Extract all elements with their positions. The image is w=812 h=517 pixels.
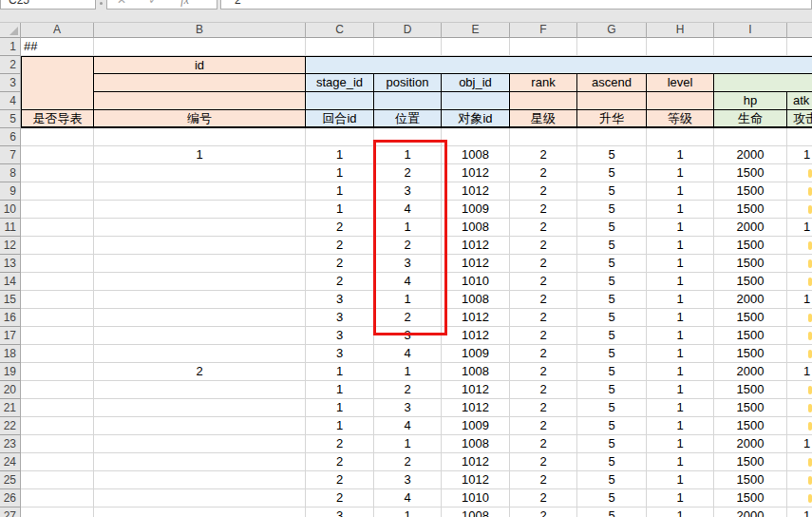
cell-J17[interactable] [787,327,812,345]
cell-G4[interactable] [577,92,647,110]
cell-G26[interactable]: 5 [577,489,647,507]
cell-E11[interactable]: 1008 [442,219,510,237]
cell-E13[interactable]: 1012 [442,255,510,273]
cell-B2[interactable]: id [94,56,306,74]
cell-J12[interactable] [787,237,812,255]
row-header-27[interactable]: 27 [0,507,21,517]
cell-B9[interactable] [94,182,306,201]
cell-B13[interactable] [94,255,306,273]
cell-G18[interactable]: 5 [577,345,647,363]
cell-C15[interactable]: 3 [306,291,374,309]
row-header-22[interactable]: 22 [0,417,21,435]
cell-E15[interactable]: 1008 [442,291,510,309]
cell-F11[interactable]: 2 [510,219,577,237]
cell-D3[interactable]: position [374,74,442,92]
row-header-15[interactable]: 15 [0,291,21,309]
cell-A22[interactable] [21,417,94,435]
cell-A26[interactable] [21,489,94,507]
cell-J27[interactable]: 1 [787,507,812,517]
cell-F19[interactable]: 2 [510,363,577,381]
cell-D19[interactable]: 1 [374,363,442,381]
cell-E20[interactable]: 1012 [442,381,510,399]
cell-I8[interactable]: 1500 [714,164,787,182]
cell-G21[interactable]: 5 [577,399,647,417]
cell-I13[interactable]: 1500 [714,255,787,273]
cell-F20[interactable]: 2 [510,381,577,399]
col-header-B[interactable]: B [94,22,306,38]
cell-C2[interactable] [306,56,812,74]
cell-D4[interactable] [374,92,442,110]
cell-C7[interactable]: 1 [306,146,374,164]
cell-B7[interactable]: 1 [94,146,306,164]
cell-G23[interactable]: 5 [577,435,647,453]
cell-I10[interactable]: 1500 [714,201,787,219]
row-header-21[interactable]: 21 [0,399,21,417]
cell-C13[interactable]: 2 [306,255,374,273]
cell-G20[interactable]: 5 [577,381,647,399]
col-header-A[interactable]: A [21,22,94,38]
cell-H16[interactable]: 1 [647,309,714,327]
cell-F26[interactable]: 2 [510,489,577,507]
cell-H10[interactable]: 1 [647,201,714,219]
cell-H7[interactable]: 1 [647,146,714,164]
cell-H18[interactable]: 1 [647,345,714,363]
cell-D27[interactable]: 1 [374,507,442,517]
row-header-19[interactable]: 19 [0,363,21,381]
row-header-17[interactable]: 17 [0,327,21,345]
cell-F1[interactable] [510,38,577,56]
cell-A11[interactable] [21,219,94,237]
cell-J18[interactable] [787,345,812,363]
cell-G3[interactable]: ascend [577,74,647,92]
cell-I9[interactable]: 1500 [714,182,787,201]
cell-E27[interactable]: 1008 [442,507,510,517]
cell-C8[interactable]: 1 [306,164,374,182]
cell-E16[interactable]: 1012 [442,309,510,327]
cell-E12[interactable]: 1012 [442,237,510,255]
cell-H13[interactable]: 1 [647,255,714,273]
cell-F7[interactable]: 2 [510,146,577,164]
cell-I14[interactable]: 1500 [714,273,787,291]
cell-J24[interactable] [787,453,812,471]
cell-C14[interactable]: 2 [306,273,374,291]
col-header-D[interactable]: D [374,22,442,38]
cell-D25[interactable]: 3 [374,471,442,489]
cell-G9[interactable]: 5 [577,182,647,201]
cell-A16[interactable] [21,309,94,327]
cell-E26[interactable]: 1010 [442,489,510,507]
row-header-24[interactable]: 24 [0,453,21,471]
cell-A9[interactable] [21,182,94,201]
cell-J5[interactable]: 攻击 [787,110,812,128]
cell-B25[interactable] [94,471,306,489]
cell-H21[interactable]: 1 [647,399,714,417]
cell-C5[interactable]: 回合id [306,110,374,128]
cell-E1[interactable] [442,38,510,56]
cell-E23[interactable]: 1008 [442,435,510,453]
cell-F18[interactable]: 2 [510,345,577,363]
cell-I15[interactable]: 2000 [714,291,787,309]
cell-I12[interactable]: 1500 [714,237,787,255]
cell-B15[interactable] [94,291,306,309]
cell-D22[interactable]: 4 [374,417,442,435]
cell-J26[interactable] [787,489,812,507]
cell-D20[interactable]: 2 [374,381,442,399]
cell-J19[interactable]: 1 [787,363,812,381]
cell-B22[interactable] [94,417,306,435]
cell-F5[interactable]: 星级 [510,110,577,128]
cell-G15[interactable]: 5 [577,291,647,309]
cell-H25[interactable]: 1 [647,471,714,489]
cell-G5[interactable]: 升华 [577,110,647,128]
cell-B27[interactable] [94,507,306,517]
cell-F16[interactable]: 2 [510,309,577,327]
row-header-10[interactable]: 10 [0,201,21,219]
cell-B11[interactable] [94,219,306,237]
cell-F13[interactable]: 2 [510,255,577,273]
row-header-6[interactable]: 6 [0,128,21,146]
name-box[interactable]: C25 [0,0,96,10]
cell-I18[interactable]: 1500 [714,345,787,363]
cell-I3[interactable] [714,74,812,92]
cell-F17[interactable]: 2 [510,327,577,345]
row-header-25[interactable]: 25 [0,471,21,489]
cell-H17[interactable]: 1 [647,327,714,345]
cell-E3[interactable]: obj_id [442,74,510,92]
cell-E22[interactable]: 1009 [442,417,510,435]
